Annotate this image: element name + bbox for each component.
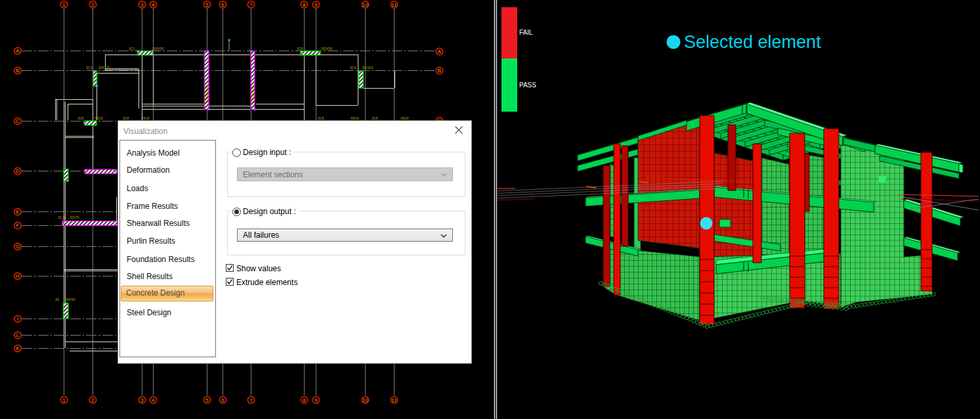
svg-text:30X100: 30X100 <box>98 66 110 70</box>
svg-text:8: 8 <box>303 397 306 403</box>
svg-text:3C8: 3C8 <box>77 116 83 120</box>
svg-text:30X50: 30X50 <box>66 298 75 301</box>
svg-text:4: 4 <box>152 2 155 8</box>
svg-text:7: 7 <box>249 2 253 8</box>
svg-text:30X100: 30X100 <box>362 66 373 70</box>
svg-text:2: 2 <box>91 397 95 403</box>
svg-text:5: 5 <box>205 397 209 403</box>
svg-text:6: 6 <box>221 2 224 8</box>
svg-text:1: 1 <box>62 2 66 8</box>
svg-text:A5: A5 <box>55 298 59 301</box>
svg-text:L: L <box>16 332 20 338</box>
svg-text:E: E <box>16 209 19 215</box>
svg-text:6: 6 <box>221 397 224 403</box>
svg-text:11: 11 <box>391 2 397 8</box>
svg-text:A: A <box>16 48 20 54</box>
svg-text:B: B <box>16 68 19 74</box>
svg-text:F: F <box>16 223 20 229</box>
svg-text:9: 9 <box>314 2 318 8</box>
svg-text:4: 4 <box>152 397 155 403</box>
svg-text:G: G <box>16 244 20 250</box>
svg-text:3: 3 <box>140 2 144 8</box>
svg-text:C: C <box>16 118 20 124</box>
svg-text:3C11: 3C11 <box>58 215 66 219</box>
svg-text:3C3: 3C3 <box>86 66 92 70</box>
svg-text:3C1: 3C1 <box>129 47 135 51</box>
svg-text:3C8: 3C8 <box>297 47 303 51</box>
svg-text:2: 2 <box>91 2 95 8</box>
svg-text:3C4: 3C4 <box>350 66 356 70</box>
svg-text:K: K <box>16 345 20 351</box>
svg-text:PASS: PASS <box>519 81 536 89</box>
svg-text:10: 10 <box>362 2 368 8</box>
svg-text:FAIL: FAIL <box>519 29 533 36</box>
svg-text:B: B <box>438 68 441 74</box>
svg-text:30X70: 30X70 <box>70 215 79 219</box>
svg-text:9: 9 <box>314 397 318 403</box>
svg-text:300X50: 300X50 <box>321 47 332 51</box>
svg-text:300X50: 300X50 <box>152 47 163 51</box>
svg-text:11: 11 <box>391 397 397 403</box>
svg-text:1: 1 <box>62 397 66 403</box>
svg-text:8: 8 <box>303 2 306 8</box>
svg-text:5: 5 <box>205 2 209 8</box>
svg-text:A5C8: A5C8 <box>95 116 103 120</box>
svg-text:10: 10 <box>362 397 368 403</box>
svg-text:A: A <box>438 49 442 55</box>
svg-text:Selected element: Selected element <box>684 32 821 52</box>
svg-text:7: 7 <box>249 397 253 403</box>
svg-text:3: 3 <box>140 397 144 403</box>
svg-text:D: D <box>16 168 20 174</box>
svg-text:H: H <box>16 273 20 279</box>
svg-text:I: I <box>17 316 18 322</box>
